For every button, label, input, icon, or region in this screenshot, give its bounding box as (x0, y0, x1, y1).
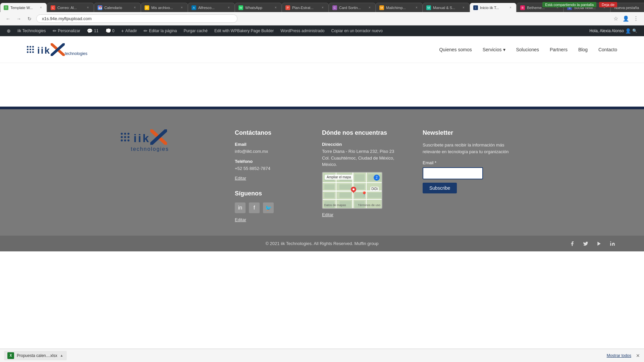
wp-site-name-item[interactable]: iik Technologies (15, 25, 49, 36)
wp-bakery-label: Edit with WPBakery Page Builder (214, 28, 274, 33)
tab-7[interactable]: P Plan-Estrat... × (282, 3, 329, 12)
wp-draft-item[interactable]: Copiar en un borrador nuevo (328, 25, 385, 36)
profile-icon[interactable]: 👤 (622, 15, 630, 23)
tab-5[interactable]: A Alfresco... × (188, 3, 235, 12)
add-icon: + (121, 28, 124, 34)
location-edit-link[interactable]: Editar (322, 212, 402, 217)
tab-close-5[interactable]: × (226, 5, 231, 10)
location-title: Dónde nos encuentras (322, 129, 402, 136)
phone-value: +52 55 8852-7874 (235, 165, 302, 172)
tab-title-8: Card Sortin... (339, 6, 365, 10)
nav-contacto[interactable]: Contacto (598, 47, 617, 52)
newsletter-email-label: Email * (423, 160, 523, 165)
tab-close-1[interactable]: × (39, 5, 43, 10)
back-button[interactable]: ← (4, 15, 12, 23)
footer-logo-x-svg (150, 129, 167, 145)
nav-blog[interactable]: Blog (578, 47, 588, 52)
show-all-downloads-button[interactable]: Mostrar todos (607, 353, 631, 358)
tab-9[interactable]: M Mailchimp... × (376, 3, 423, 12)
tab-8[interactable]: C Card Sortin... × (329, 3, 376, 12)
close-download-bar-button[interactable]: ✕ (636, 353, 640, 358)
nav-servicios[interactable]: Servicios ▾ (483, 47, 505, 52)
tab-title-1: Template W... (10, 6, 37, 10)
map-expand-link[interactable]: Ampliar el mapa (325, 175, 353, 180)
site-header: iik technologies Quienes somos Servicios… (0, 36, 644, 63)
map-container[interactable]: Ampliar el mapa 2 Datos de mapas Término… (322, 172, 382, 209)
footer-facebook-icon[interactable] (568, 239, 577, 248)
tab-close-11[interactable]: × (508, 5, 513, 10)
tab-10[interactable]: M Manual & S... × (423, 3, 470, 12)
tab-close-10[interactable]: × (461, 5, 466, 10)
tab-favicon-10: M (426, 5, 431, 10)
svg-rect-18 (324, 193, 334, 198)
svg-rect-16 (339, 184, 351, 189)
edit-page-icon: ✏ (144, 28, 148, 34)
copyright-text: © 2021 iik Technologies. All Rights Rese… (265, 241, 378, 246)
tab-title-2: Correo: Al... (57, 6, 84, 10)
servicios-dropdown-icon: ▾ (503, 47, 505, 52)
download-chevron-icon[interactable]: ▲ (60, 354, 63, 357)
linkedin-icon[interactable]: in (235, 202, 246, 213)
footer-logo-iik: iik (133, 132, 150, 145)
footer-logo: iik (121, 129, 167, 145)
site-logo[interactable]: iik technologies (27, 43, 88, 56)
nav-quienes-somos[interactable]: Quienes somos (439, 47, 472, 52)
tab-title-3: Calendario (104, 6, 130, 10)
footer-location-column: Dónde nos encuentras Dirección Torre Dia… (322, 129, 402, 222)
tab-close-6[interactable]: × (273, 5, 278, 10)
tab-close-4[interactable]: × (179, 5, 184, 10)
footer-linkedin-icon[interactable] (608, 239, 617, 248)
tab-1[interactable]: T Template W... × (0, 3, 47, 12)
footer-twitter-icon[interactable] (581, 239, 590, 248)
wp-purge-cache-item[interactable]: Purgar caché (181, 25, 210, 36)
wp-bakery-item[interactable]: Edit with WPBakery Page Builder (212, 25, 276, 36)
tab-title-4: Mis archivo... (151, 6, 177, 10)
wordpress-icon: ⊕ (7, 28, 11, 34)
address-bar: ← → ↻ ☆ 👤 ⋮ (0, 12, 644, 25)
nav-partners[interactable]: Partners (550, 47, 568, 52)
contact-edit-link[interactable]: Editar (235, 176, 302, 181)
wp-customize-item[interactable]: ✏ Personalizar (50, 25, 83, 36)
wp-user-greeting[interactable]: Hola, Alexia Alonso 👤 🔍 (587, 25, 640, 36)
wp-edit-page-item[interactable]: ✏ Editar la página (141, 25, 179, 36)
stop-share-button[interactable]: Deja de (599, 2, 617, 7)
tab-4[interactable]: D Mis archivo... × (141, 3, 188, 12)
wp-edit-page-label: Editar la página (149, 28, 177, 33)
user-avatar-icon: 👤 (625, 28, 631, 34)
tab-11[interactable]: i Inicio iik T... × (470, 3, 517, 12)
address-label: Dirección (322, 142, 402, 147)
footer-youtube-icon[interactable] (594, 239, 604, 248)
tab-3[interactable]: 📅 Calendario × (94, 3, 141, 12)
search-icon[interactable]: 🔍 (632, 28, 637, 33)
wp-comments-count: 11 (94, 28, 98, 33)
wp-site-name: iik Technologies (17, 28, 46, 33)
wp-wordpress-admin-item[interactable]: WordPress administrado (278, 25, 327, 36)
tab-close-9[interactable]: × (414, 5, 419, 10)
extensions-icon[interactable]: ⋮ (632, 15, 640, 23)
tab-6[interactable]: W WhatsApp × (235, 3, 282, 12)
wp-pending-item[interactable]: 💭 0 (103, 25, 117, 36)
tab-close-8[interactable]: × (367, 5, 372, 10)
wp-comments-item[interactable]: 💬 11 (84, 25, 101, 36)
subscribe-button[interactable]: Subscribe (423, 183, 457, 193)
download-file-item[interactable]: X Propuesta calen....xlsx ▲ (4, 351, 67, 360)
tab-close-3[interactable]: × (132, 5, 137, 10)
footer-logo-column: iik technologies (121, 129, 215, 222)
tab-close-7[interactable]: × (320, 5, 325, 10)
screen-share-area: Está compartiendo la pantalla Deja de (542, 2, 617, 7)
logo-x-svg (51, 43, 65, 56)
tab-2[interactable]: C Correo: Al... × (47, 3, 94, 12)
newsletter-email-input[interactable] (423, 167, 483, 179)
bookmark-icon[interactable]: ☆ (612, 15, 620, 23)
forward-button[interactable]: → (15, 15, 23, 23)
twitter-icon[interactable]: 🐦 (263, 202, 274, 213)
facebook-icon[interactable]: f (249, 202, 260, 213)
tab-close-2[interactable]: × (86, 5, 90, 10)
wp-add-item[interactable]: + Añadir (118, 25, 140, 36)
address-input[interactable] (36, 14, 237, 23)
wp-logo-item[interactable]: ⊕ (4, 25, 13, 36)
social-edit-link[interactable]: Editar (235, 217, 302, 222)
tab-favicon-1: T (4, 5, 8, 10)
reload-button[interactable]: ↻ (25, 15, 34, 23)
nav-soluciones[interactable]: Soluciones (516, 47, 539, 52)
